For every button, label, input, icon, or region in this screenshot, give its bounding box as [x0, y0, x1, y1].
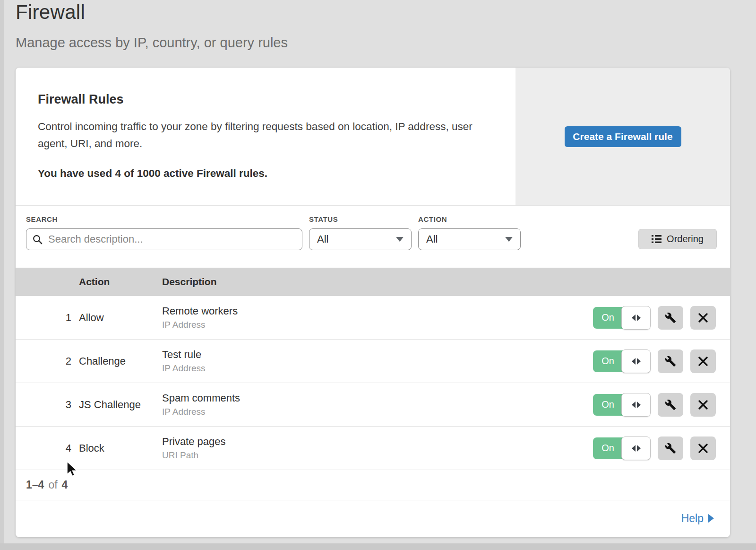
wrench-icon: [665, 399, 676, 410]
table-row: 3 JS Challenge Spam comments IP Address …: [16, 383, 730, 427]
edit-rule-button[interactable]: [658, 349, 683, 373]
help-arrow-icon: [708, 514, 714, 523]
rule-action: Block: [79, 442, 162, 454]
search-box: [26, 228, 302, 250]
rule-controls: On: [592, 393, 730, 417]
wrench-icon: [665, 312, 676, 323]
table-header-action: Action: [79, 276, 162, 288]
triangle-left-icon: [632, 314, 636, 321]
rule-description: Remote workers: [162, 305, 592, 317]
window-edge-bottom: [0, 543, 756, 550]
rule-number: 2: [16, 355, 79, 367]
ordering-button-label: Ordering: [667, 234, 704, 244]
chevron-down-icon: [505, 237, 513, 242]
chevron-down-icon: [396, 237, 404, 242]
triangle-right-icon: [637, 314, 641, 321]
table-row: 4 Block Private pages URI Path On: [16, 427, 730, 470]
triangle-right-icon: [637, 445, 641, 452]
pagination-range: 1–4: [26, 479, 44, 491]
close-icon: [698, 443, 708, 454]
ordering-button[interactable]: Ordering: [638, 229, 717, 249]
pagination-bar: 1–4 of 4: [16, 470, 730, 500]
rule-controls: On: [592, 306, 730, 330]
rule-match-type: IP Address: [162, 407, 592, 417]
rule-number: 4: [16, 442, 79, 454]
action-select[interactable]: All: [418, 228, 521, 250]
create-firewall-rule-button[interactable]: Create a Firewall rule: [565, 126, 681, 147]
edit-rule-button[interactable]: [658, 437, 683, 460]
table-row: 1 Allow Remote workers IP Address On: [16, 296, 730, 340]
status-select[interactable]: All: [309, 228, 412, 250]
table-row: 2 Challenge Test rule IP Address On: [16, 340, 730, 383]
help-link[interactable]: Help: [681, 512, 714, 525]
rules-usage-text: You have used 4 of 1000 active Firewall …: [38, 167, 487, 180]
action-select-value: All: [426, 233, 438, 245]
toggle-on-label: On: [593, 350, 623, 372]
ordering-wrap: Ordering: [638, 215, 717, 249]
rules-heading: Firewall Rules: [38, 92, 487, 107]
search-input[interactable]: [26, 229, 302, 250]
toggle-on-label: On: [593, 394, 623, 416]
rule-action: Allow: [79, 312, 162, 324]
page-title: Firewall: [16, 1, 756, 24]
rule-match-type: IP Address: [162, 320, 592, 330]
rule-enabled-toggle[interactable]: On: [593, 349, 651, 373]
status-group: STATUS All: [309, 215, 412, 250]
rule-match-type: URI Path: [162, 450, 592, 461]
toggle-on-label: On: [593, 307, 623, 329]
toggle-on-label: On: [593, 437, 623, 459]
search-group: SEARCH: [26, 215, 302, 250]
rules-summary-info: Firewall Rules Control incoming traffic …: [16, 68, 515, 205]
table-header: Action Description: [16, 268, 730, 296]
pagination-total: 4: [62, 479, 68, 491]
toggle-handle[interactable]: [621, 393, 651, 417]
toggle-handle[interactable]: [621, 349, 651, 373]
rule-description: Spam comments: [162, 392, 592, 404]
search-label: SEARCH: [26, 215, 302, 223]
page-header: Firewall Manage access by IP, country, o…: [0, 0, 756, 51]
rule-description-cell: Spam comments IP Address: [162, 392, 592, 417]
edit-rule-button[interactable]: [658, 393, 683, 417]
search-icon: [33, 235, 43, 246]
rule-action: JS Challenge: [79, 399, 162, 411]
action-label: ACTION: [418, 215, 521, 223]
delete-rule-button[interactable]: [690, 349, 716, 373]
rule-controls: On: [592, 349, 730, 373]
window-edge-left: [0, 0, 4, 550]
rules-summary-aside: Create a Firewall rule: [515, 68, 730, 205]
rule-description: Test rule: [162, 349, 592, 361]
triangle-right-icon: [637, 358, 641, 365]
pagination-of: of: [48, 479, 57, 491]
rule-controls: On: [592, 437, 730, 460]
rule-number: 3: [16, 399, 79, 411]
toggle-handle[interactable]: [621, 437, 651, 460]
wrench-icon: [665, 443, 676, 454]
close-icon: [698, 400, 708, 410]
delete-rule-button[interactable]: [690, 437, 716, 460]
rule-description-cell: Test rule IP Address: [162, 349, 592, 374]
filters-bar: SEARCH STATUS All ACTION All: [16, 206, 730, 268]
rule-enabled-toggle[interactable]: On: [593, 306, 651, 330]
rule-description-cell: Remote workers IP Address: [162, 305, 592, 330]
edit-rule-button[interactable]: [658, 306, 683, 330]
help-link-label: Help: [681, 512, 704, 525]
rule-description: Private pages: [162, 436, 592, 448]
delete-rule-button[interactable]: [690, 306, 716, 330]
rules-summary-section: Firewall Rules Control incoming traffic …: [16, 68, 730, 206]
help-row: Help: [16, 500, 730, 536]
close-icon: [698, 313, 708, 323]
rules-description: Control incoming traffic to your zone by…: [38, 118, 484, 152]
triangle-left-icon: [632, 402, 636, 408]
triangle-left-icon: [632, 358, 636, 365]
toggle-handle[interactable]: [621, 306, 651, 330]
status-label: STATUS: [309, 215, 412, 223]
triangle-right-icon: [637, 402, 641, 408]
list-icon: [652, 235, 662, 244]
rule-enabled-toggle[interactable]: On: [593, 437, 651, 460]
rule-enabled-toggle[interactable]: On: [593, 393, 651, 417]
firewall-rules-card: Firewall Rules Control incoming traffic …: [16, 68, 730, 537]
delete-rule-button[interactable]: [690, 393, 716, 417]
rule-match-type: IP Address: [162, 363, 592, 374]
table-header-description: Description: [162, 276, 592, 288]
status-select-value: All: [317, 233, 328, 245]
